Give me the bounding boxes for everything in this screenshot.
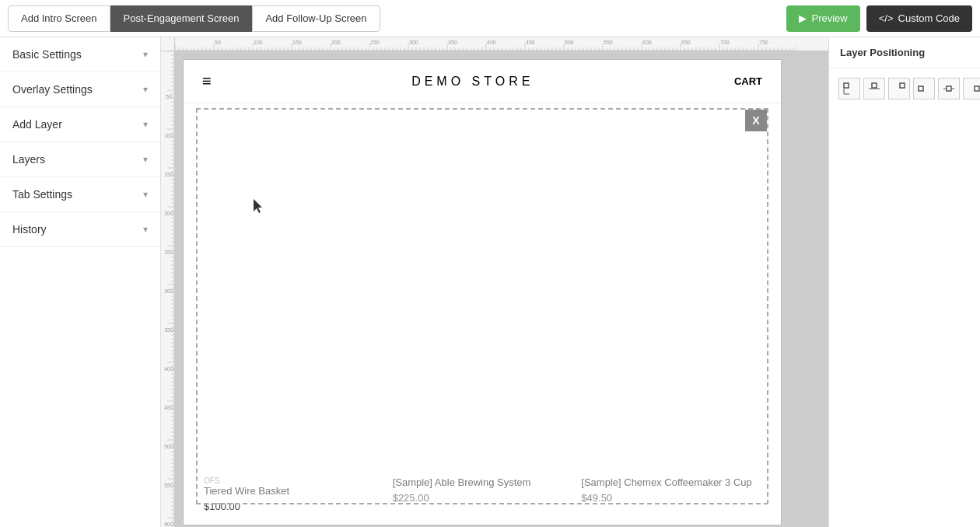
chevron-icon: ▾ [143, 224, 148, 235]
svg-text:400: 400 [164, 366, 173, 372]
svg-text:100: 100 [254, 40, 263, 45]
cart-button[interactable]: CART [734, 75, 762, 87]
svg-text:200: 200 [331, 40, 341, 45]
svg-text:100: 100 [164, 133, 173, 138]
tab-intro[interactable]: Add Intro Screen [8, 5, 110, 32]
main-layout: Basic Settings ▾ Overlay Settings ▾ Add … [0, 37, 980, 527]
svg-text:400: 400 [487, 40, 496, 45]
svg-text:500: 500 [164, 444, 173, 449]
store-preview: ≡ DEMO STORE CART X [183, 59, 782, 525]
svg-text:50: 50 [166, 94, 172, 99]
svg-text:650: 650 [681, 40, 691, 45]
overlay-box[interactable]: X [196, 108, 768, 504]
panel-title: Layer Positioning [829, 37, 980, 68]
svg-text:250: 250 [164, 250, 173, 255]
svg-text:350: 350 [164, 327, 173, 333]
store-title: DEMO STORE [411, 75, 534, 89]
svg-rect-345 [975, 86, 979, 91]
svg-rect-335 [844, 83, 849, 88]
svg-marker-334 [254, 199, 262, 213]
positioning-grid [829, 68, 980, 109]
pos-middle-right-button[interactable] [963, 78, 980, 99]
pos-middle-center-button[interactable] [938, 78, 960, 99]
svg-text:600: 600 [642, 40, 652, 45]
tab-follow-up[interactable]: Add Follow-Up Screen [252, 5, 380, 32]
right-panel: Layer Positioning [828, 37, 980, 527]
pos-middle-left-button[interactable] [913, 78, 935, 99]
overlay-close-button[interactable]: X [745, 110, 767, 131]
svg-text:700: 700 [720, 40, 730, 45]
pos-top-left-button[interactable] [838, 78, 860, 99]
left-sidebar: Basic Settings ▾ Overlay Settings ▾ Add … [0, 37, 161, 527]
svg-text:550: 550 [604, 40, 613, 45]
cursor-indicator [254, 199, 264, 216]
svg-rect-342 [947, 86, 951, 91]
svg-text:450: 450 [164, 405, 173, 410]
canvas-scroll[interactable]: ≡ DEMO STORE CART X [175, 51, 828, 527]
svg-rect-341 [919, 86, 923, 91]
chevron-icon: ▾ [143, 189, 148, 200]
chevron-icon: ▾ [143, 84, 148, 95]
svg-text:500: 500 [565, 40, 574, 45]
svg-text:200: 200 [164, 211, 173, 216]
preview-button[interactable]: ▶ Preview [786, 5, 859, 32]
svg-text:300: 300 [164, 288, 173, 294]
pos-top-center-button[interactable] [863, 78, 885, 99]
canvas-body: 5010015020025030035040045050055060065070… [161, 51, 828, 527]
svg-text:750: 750 [759, 40, 768, 45]
sidebar-item-basic-settings[interactable]: Basic Settings ▾ [0, 37, 160, 72]
svg-text:50: 50 [215, 40, 221, 45]
svg-text:350: 350 [448, 40, 457, 45]
ruler-corner [161, 37, 175, 51]
svg-text:150: 150 [292, 40, 302, 45]
sidebar-item-add-layer[interactable]: Add Layer ▾ [0, 107, 160, 142]
sidebar-item-history[interactable]: History ▾ [0, 212, 160, 247]
sidebar-item-layers[interactable]: Layers ▾ [0, 142, 160, 177]
canvas-area: 5010015020025030035040045050055060065070… [161, 37, 828, 527]
store-header: ≡ DEMO STORE CART [184, 60, 781, 103]
chevron-icon: ▾ [143, 119, 148, 130]
chevron-icon: ▾ [143, 154, 148, 165]
ruler-vertical: 5010015020025030035040045050055060065070… [161, 51, 175, 527]
svg-text:550: 550 [164, 483, 173, 488]
svg-text:250: 250 [370, 40, 380, 45]
tab-post-engagement[interactable]: Post-Engagement Screen [110, 5, 253, 32]
chevron-icon: ▾ [143, 49, 148, 60]
svg-text:450: 450 [526, 40, 535, 45]
svg-text:600: 600 [164, 522, 173, 527]
svg-text:150: 150 [164, 172, 173, 177]
tabs-group: Add Intro Screen Post-Engagement Screen … [8, 5, 380, 32]
svg-text:300: 300 [409, 40, 418, 45]
top-bar: Add Intro Screen Post-Engagement Screen … [0, 0, 980, 37]
svg-rect-338 [872, 83, 877, 88]
play-icon: ▶ [799, 12, 807, 24]
custom-code-button[interactable]: </> Custom Code [866, 5, 972, 32]
hamburger-icon[interactable]: ≡ [202, 72, 212, 90]
svg-rect-340 [900, 83, 905, 88]
pos-top-right-button[interactable] [888, 78, 910, 99]
top-right-buttons: ▶ Preview </> Custom Code [786, 5, 972, 32]
sidebar-item-tab-settings[interactable]: Tab Settings ▾ [0, 177, 160, 212]
code-icon: </> [879, 12, 894, 24]
sidebar-item-overlay-settings[interactable]: Overlay Settings ▾ [0, 72, 160, 107]
ruler-horizontal: 5010015020025030035040045050055060065070… [175, 37, 828, 51]
